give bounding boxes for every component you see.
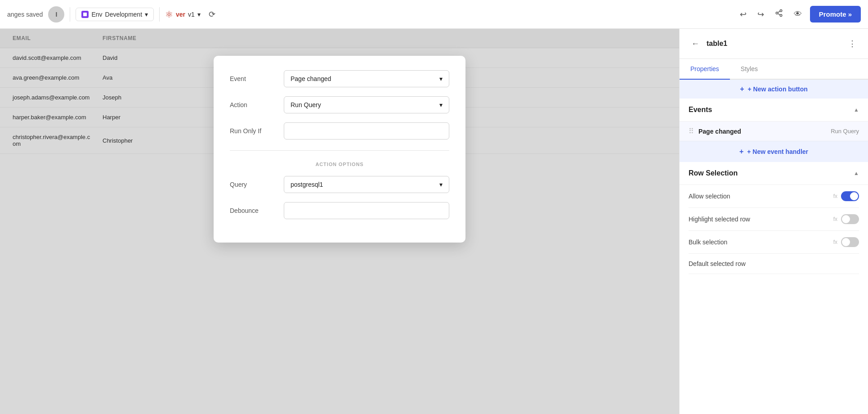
topbar: anges saved I Env Development ▾ ⚛ ver v1…	[0, 0, 868, 29]
modal-divider	[230, 150, 449, 151]
promote-button[interactable]: Promote »	[810, 6, 861, 22]
row-selection-props: Allow selection fx Highlight selected ro…	[680, 185, 868, 274]
new-action-button[interactable]: + + New action button	[680, 80, 868, 99]
query-label: Query	[230, 181, 275, 188]
highlight-selected-fx: fx	[833, 216, 837, 222]
row-selection-section-header: Row Selection ▲	[680, 162, 868, 185]
event-select-value: Page changed	[291, 75, 331, 82]
events-title: Events	[689, 106, 712, 114]
allow-selection-toggle[interactable]	[841, 191, 859, 201]
svg-point-3	[780, 14, 782, 17]
query-row: Query postgresql1 ▾	[230, 176, 449, 193]
action-label: Action	[230, 101, 275, 108]
env-value: Development	[105, 11, 143, 18]
drag-handle-icon: ⠿	[689, 127, 694, 135]
divider2	[159, 7, 160, 22]
tab-properties[interactable]: Properties	[680, 59, 730, 80]
debounce-row: Debounce	[230, 202, 449, 219]
query-select-value: postgresql1	[291, 181, 323, 188]
ver-selector[interactable]: ⚛ ver v1 ▾	[165, 9, 201, 20]
highlight-selected-controls: fx	[833, 214, 859, 224]
env-icon	[81, 11, 89, 18]
plus-icon2: +	[739, 148, 743, 156]
bulk-selection-toggle[interactable]	[841, 237, 859, 247]
right-panel-header: ← table1 ⋮	[680, 29, 868, 59]
event-select[interactable]: Page changed ▾	[284, 70, 449, 87]
event-label: Event	[230, 75, 275, 82]
row-selection-title: Row Selection	[689, 169, 738, 177]
run-only-if-row: Run Only If	[230, 122, 449, 140]
divider	[70, 7, 70, 22]
svg-line-4	[778, 14, 780, 15]
row-selection-collapse-icon[interactable]: ▲	[854, 170, 859, 176]
chevron-down-icon: ▾	[439, 75, 443, 82]
tab-styles[interactable]: Styles	[730, 59, 769, 80]
toggle-knob	[850, 192, 858, 200]
back-icon[interactable]: ←	[689, 36, 702, 51]
svg-rect-0	[83, 13, 87, 16]
action-select[interactable]: Run Query ▾	[284, 96, 449, 113]
highlight-selected-toggle[interactable]	[841, 214, 859, 224]
changes-saved-text: anges saved	[7, 11, 43, 18]
run-only-if-label: Run Only If	[230, 127, 275, 135]
avatar[interactable]: I	[48, 6, 64, 22]
action-row: Action Run Query ▾	[230, 96, 449, 113]
action-options-title: ACTION OPTIONS	[230, 162, 449, 167]
event-item-left: ⠿ Page changed	[689, 127, 741, 135]
undo-icon[interactable]: ↩	[737, 7, 749, 22]
bulk-selection-fx: fx	[833, 239, 837, 245]
allow-selection-label: Allow selection	[689, 193, 730, 200]
table-panel: EMAIL FIRSTNAME david.scott@example.com …	[0, 29, 679, 414]
env-selector[interactable]: Env Development ▾	[76, 8, 154, 21]
ver-label: ver	[176, 11, 185, 18]
event-row: Event Page changed ▾	[230, 70, 449, 87]
chevron-down-icon2: ▾	[197, 11, 201, 18]
share-icon[interactable]	[772, 6, 786, 22]
more-options-icon[interactable]: ⋮	[846, 36, 859, 51]
svg-point-1	[780, 10, 782, 12]
prop-highlight-selected: Highlight selected row fx	[689, 208, 859, 231]
topbar-left: anges saved I Env Development ▾ ⚛ ver v1…	[7, 6, 730, 22]
right-tabs: Properties Styles	[680, 59, 868, 80]
right-header-left: ← table1	[689, 36, 727, 51]
new-event-handler-button[interactable]: + + New event handler	[680, 141, 868, 162]
topbar-right: ↩ ↪ 👁 Promote »	[737, 6, 861, 22]
chevron-down-icon: ▾	[145, 11, 148, 18]
main-layout: EMAIL FIRSTNAME david.scott@example.com …	[0, 29, 868, 414]
chevron-down-icon3: ▾	[439, 101, 443, 108]
svg-point-2	[776, 12, 778, 14]
action-select-value: Run Query	[291, 101, 321, 108]
events-section-header: Events ▲	[680, 99, 868, 122]
right-panel: ← table1 ⋮ Properties Styles + + New act…	[679, 29, 868, 414]
event-item-name: Page changed	[698, 128, 741, 135]
svg-line-5	[778, 11, 780, 13]
event-handler-modal: Event Page changed ▾ Action Run Query ▾ …	[214, 56, 465, 243]
debounce-input[interactable]	[284, 202, 449, 219]
allow-selection-fx: fx	[833, 193, 837, 199]
toggle-knob2	[842, 215, 850, 223]
prop-allow-selection: Allow selection fx	[689, 185, 859, 208]
allow-selection-controls: fx	[833, 191, 859, 201]
event-list-item[interactable]: ⠿ Page changed Run Query	[680, 122, 868, 141]
right-panel-title: table1	[707, 40, 727, 48]
debounce-label: Debounce	[230, 207, 275, 214]
prop-bulk-selection: Bulk selection fx	[689, 231, 859, 254]
plus-icon: +	[740, 85, 744, 93]
toggle-knob3	[842, 238, 850, 246]
default-selected-row-label: Default selected row	[689, 260, 746, 267]
bulk-selection-controls: fx	[833, 237, 859, 247]
highlight-selected-label: Highlight selected row	[689, 216, 750, 223]
query-select[interactable]: postgresql1 ▾	[284, 176, 449, 193]
bulk-selection-label: Bulk selection	[689, 238, 727, 246]
sync-icon[interactable]: ⟳	[206, 7, 218, 22]
preview-icon[interactable]: 👁	[791, 7, 805, 22]
modal-overlay[interactable]: Event Page changed ▾ Action Run Query ▾ …	[0, 29, 679, 414]
env-label: Env	[91, 11, 102, 18]
event-item-action: Run Query	[831, 128, 859, 135]
chevron-down-icon4: ▾	[439, 181, 443, 188]
run-only-if-input[interactable]	[284, 122, 449, 140]
events-collapse-icon[interactable]: ▲	[854, 107, 859, 113]
prop-default-selected-row: Default selected row	[689, 254, 859, 274]
redo-icon[interactable]: ↪	[755, 7, 767, 22]
ver-stack-icon: ⚛	[165, 9, 173, 20]
